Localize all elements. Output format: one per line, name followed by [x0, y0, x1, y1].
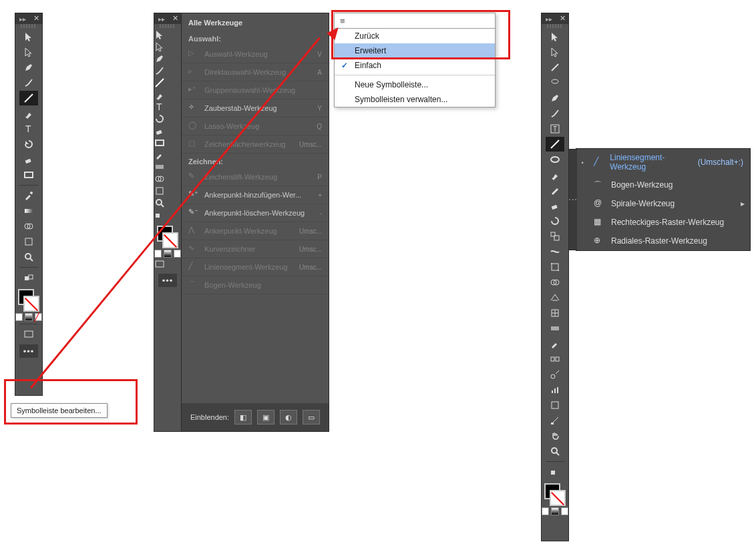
eraser-tool-icon[interactable]: [154, 125, 181, 138]
fill-stroke-swatches[interactable]: [157, 226, 178, 248]
screen-mode-icon[interactable]: [154, 259, 181, 271]
show-swatches-button[interactable]: ◧: [234, 410, 252, 425]
panel-titlebar[interactable]: ▸▸ ✕: [542, 13, 568, 24]
screen-mode-icon[interactable]: [19, 327, 38, 342]
fill-toggle-icon[interactable]: [154, 210, 181, 222]
show-drawmodes-button[interactable]: ▣: [257, 410, 274, 425]
magic-wand-tool-icon[interactable]: [546, 60, 564, 75]
list-item[interactable]: ✧Zauberstab-WerkzeugY: [182, 99, 329, 117]
list-item[interactable]: ▷Auswahl-WerkzeugV: [182, 45, 329, 63]
direct-selection-tool-icon[interactable]: [546, 45, 564, 59]
list-item[interactable]: ╱Liniensegment-WerkzeugUmsc...: [182, 258, 329, 276]
collapse-icon[interactable]: ▸▸: [546, 15, 552, 23]
menu-item-new-toolbar[interactable]: Neue Symbolleiste...: [335, 77, 495, 92]
free-transform-tool-icon[interactable]: [546, 260, 564, 274]
eraser-tool-icon[interactable]: [19, 152, 38, 167]
eyedropper-tool-icon[interactable]: [546, 336, 564, 351]
brush-tool-icon[interactable]: [19, 106, 38, 121]
curvature-tool-icon[interactable]: [19, 75, 38, 90]
type-tool-icon[interactable]: T: [19, 121, 38, 136]
direct-selection-tool-icon[interactable]: [19, 45, 38, 59]
pen-tool-icon[interactable]: [154, 53, 181, 65]
flyout-item[interactable]: ⌒ Bogen-Werkzeug: [576, 176, 750, 194]
stroke-swatch[interactable]: [162, 232, 178, 248]
slice-tool-icon[interactable]: [546, 413, 564, 428]
line-tool-icon[interactable]: [154, 77, 181, 89]
panel-titlebar[interactable]: ▸▸ ✕: [15, 13, 42, 24]
hand-tool-icon[interactable]: [546, 429, 564, 443]
rotate-tool-icon[interactable]: [546, 214, 564, 228]
shape-builder-tool-icon[interactable]: [154, 174, 181, 186]
menu-item-basic[interactable]: Einfach: [335, 58, 495, 73]
fill-stroke-swatches[interactable]: [544, 483, 566, 506]
artboard-tool-icon[interactable]: [546, 398, 564, 413]
panel-grip[interactable]: [160, 24, 176, 28]
menu-item-advanced[interactable]: Erweitert: [335, 43, 495, 58]
flyout-item[interactable]: @ Spirale-Werkzeug: [576, 194, 750, 213]
scale-tool-icon[interactable]: [546, 229, 564, 244]
rectangle-tool-icon[interactable]: [19, 168, 38, 182]
edit-toolbar-button[interactable]: •••: [158, 274, 177, 287]
list-item[interactable]: ∿KurvenzeichnerUmsc...: [182, 240, 329, 258]
menu-item-manage-toolbars[interactable]: Symbolleisten verwalten...: [335, 92, 495, 107]
type-tool-icon[interactable]: T: [154, 101, 181, 113]
direct-selection-tool-icon[interactable]: [154, 41, 181, 53]
rotate-tool-icon[interactable]: [19, 137, 38, 152]
flyout-item[interactable]: ╱ Liniensegment-Werkzeug (Umschalt+:): [576, 149, 750, 176]
paintbrush-tool-icon[interactable]: [546, 168, 564, 182]
eyedropper-tool-icon[interactable]: [19, 188, 38, 203]
brush-tool-icon[interactable]: [154, 89, 181, 101]
show-screenmode-button[interactable]: ▭: [303, 410, 320, 425]
stroke-swatch[interactable]: [23, 296, 39, 312]
ellipse-tool-icon[interactable]: [546, 152, 564, 167]
list-item[interactable]: ▸⁺Gruppenauswahl-Werkzeug: [182, 81, 329, 99]
type-tool-icon[interactable]: T: [546, 121, 564, 136]
perspective-grid-tool-icon[interactable]: [546, 290, 564, 305]
curvature-tool-icon[interactable]: [546, 106, 564, 121]
list-item[interactable]: ▹Direktauswahl-WerkzeugA: [182, 63, 329, 81]
stroke-swatch[interactable]: [550, 490, 566, 506]
zoom-tool-icon[interactable]: [154, 198, 181, 210]
collapse-icon[interactable]: ▸▸: [158, 15, 165, 23]
list-item[interactable]: ✎Zeichenstift-WerkzeugP: [182, 168, 329, 186]
list-item[interactable]: ▢ZeichenflächenwerkzeugUmsc...: [182, 136, 329, 154]
blend-tool-icon[interactable]: [546, 352, 564, 366]
symbol-sprayer-tool-icon[interactable]: [546, 367, 564, 382]
gradient-tool-icon[interactable]: [154, 162, 181, 174]
pen-tool-icon[interactable]: [546, 91, 564, 105]
color-mode-row[interactable]: [154, 250, 181, 258]
column-graph-tool-icon[interactable]: [546, 382, 564, 397]
rotate-tool-icon[interactable]: [154, 113, 181, 125]
fill-toggle-icon[interactable]: [546, 465, 564, 479]
pencil-tool-icon[interactable]: [546, 183, 564, 198]
flyout-item[interactable]: ▦ Rechteckiges-Raster-Werkzeug: [576, 213, 750, 232]
color-mode-row[interactable]: ╱: [15, 313, 42, 321]
zoom-tool-icon[interactable]: [19, 250, 38, 264]
shape-builder-tool-icon[interactable]: [19, 219, 38, 234]
rectangle-tool-icon[interactable]: [154, 138, 181, 150]
selection-tool-icon[interactable]: [154, 29, 181, 41]
line-tool-icon[interactable]: [19, 91, 38, 105]
shape-builder-tool-icon[interactable]: [546, 275, 564, 290]
lasso-tool-icon[interactable]: [546, 75, 564, 90]
eraser-tool-icon[interactable]: [546, 198, 564, 213]
zoom-tool-icon[interactable]: [546, 444, 564, 459]
panel-grip[interactable]: [547, 24, 563, 28]
eyedropper-tool-icon[interactable]: [154, 150, 181, 162]
mesh-tool-icon[interactable]: [546, 306, 564, 320]
flyout-item[interactable]: ⊕ Radiales-Raster-Werkzeug: [576, 232, 750, 250]
list-item[interactable]: ◯Lasso-WerkzeugQ: [182, 117, 329, 136]
color-mode-row[interactable]: [542, 507, 568, 515]
curvature-tool-icon[interactable]: [154, 65, 181, 77]
artboard-tool-icon[interactable]: [19, 234, 38, 249]
show-colorgroup-button[interactable]: ◐: [280, 410, 297, 425]
close-icon[interactable]: ✕: [172, 14, 178, 23]
list-item[interactable]: ✎⁺Ankerpunkt-hinzufügen-Wer...+: [182, 186, 329, 204]
close-icon[interactable]: ✕: [33, 14, 39, 23]
close-icon[interactable]: ✕: [560, 14, 566, 23]
collapse-icon[interactable]: ▸▸: [19, 15, 26, 23]
gradient-tool-icon[interactable]: [546, 321, 564, 336]
menu-titlebar[interactable]: ≡: [335, 13, 495, 29]
pen-tool-icon[interactable]: [19, 60, 38, 75]
edit-toolbar-button[interactable]: •••: [19, 344, 38, 358]
